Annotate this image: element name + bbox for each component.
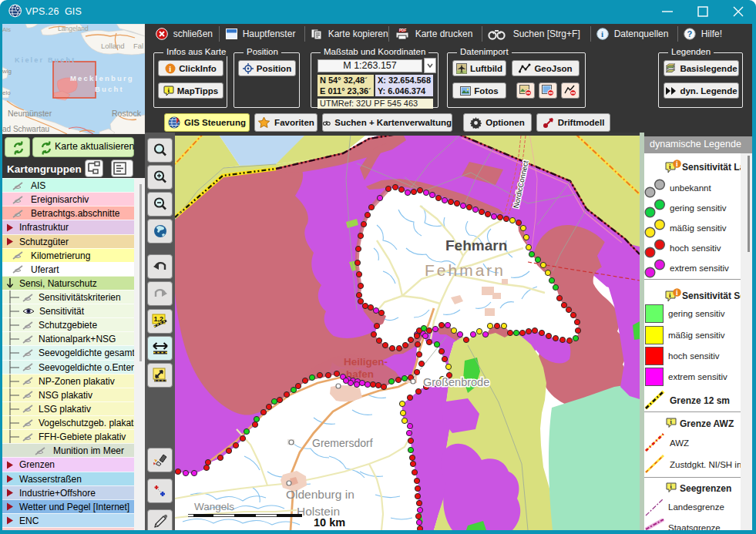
svg-text:wig: wig [2,68,12,75]
svg-text:Bucht: Bucht [95,85,124,93]
svg-text:Wangels: Wangels [194,501,234,512]
svg-text:hafen: hafen [346,368,374,380]
svg-text:Kieler Bucht: Kieler Bucht [15,56,76,64]
svg-text:ad Schwartau: ad Schwartau [2,125,49,133]
svg-text:Langeland: Langeland [58,25,89,32]
svg-text:?: ? [687,29,693,39]
svg-text:Rostock: Rostock [112,109,142,118]
svg-text:Neumünster: Neumünster [8,109,52,118]
svg-text:Großenbrode: Großenbrode [423,376,489,388]
svg-text:i: i [601,29,603,39]
svg-text:Als: Als [2,26,11,33]
svg-text:i: i [676,160,678,168]
svg-text:Fehmarn: Fehmarn [425,261,506,279]
svg-text:i: i [676,289,678,297]
svg-text:Heiligen-: Heiligen- [344,356,388,368]
svg-text:PDF: PDF [399,29,406,32]
svg-text:Mecklenburg: Mecklenburg [70,74,134,82]
svg-text:Fehmarn: Fehmarn [445,237,507,254]
svg-text:i: i [169,64,171,72]
svg-text:elo: elo [2,89,11,96]
svg-text:Gremersdorf: Gremersdorf [312,437,373,449]
svg-text:Lolland: Lolland [101,42,125,50]
svg-text:10 km: 10 km [314,516,345,529]
svg-text:Oldenburg in: Oldenburg in [286,488,354,501]
svg-text:Fal: Fal [133,42,143,50]
